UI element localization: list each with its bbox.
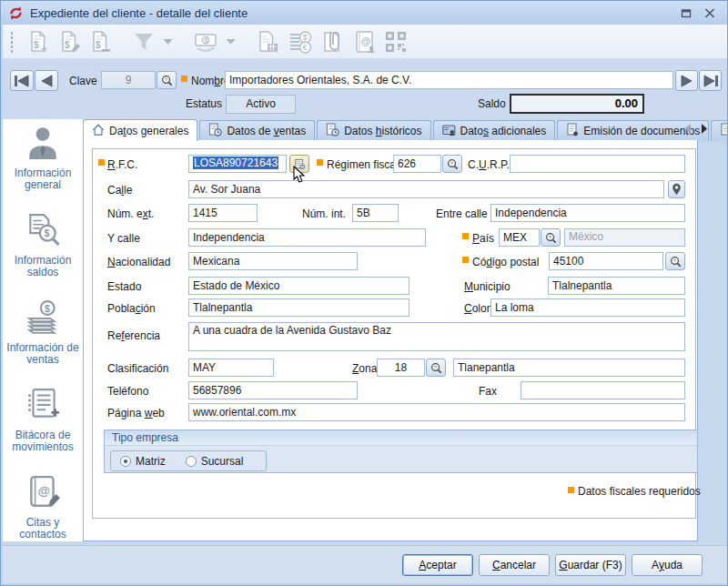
aceptar-button[interactable]: Aceptar	[402, 554, 473, 576]
clave-search-icon[interactable]: ?	[157, 71, 177, 89]
municipio-label: Municipio	[464, 280, 511, 293]
svg-text:?: ?	[672, 258, 675, 263]
codigo-postal-input[interactable]	[549, 252, 663, 270]
clave-input[interactable]	[101, 71, 156, 89]
close-button[interactable]	[698, 5, 722, 21]
nacionalidad-label: Nacionalidad	[107, 256, 170, 268]
telefono-input[interactable]	[188, 381, 358, 399]
filter-dropdown-icon[interactable]	[159, 28, 177, 56]
cp-search-icon[interactable]: ?	[665, 252, 685, 270]
tab-datos-generales[interactable]: Datos generales	[83, 119, 197, 141]
fax-input[interactable]	[521, 381, 685, 399]
referencia-textarea[interactable]: A una cuadra de la Avenida Gustavo Baz	[188, 322, 685, 351]
curp-input[interactable]	[510, 155, 685, 173]
zona-input[interactable]	[377, 359, 425, 377]
svg-text:€: €	[303, 43, 308, 52]
card-person-icon	[442, 124, 456, 139]
tipo-empresa-options: Matriz Sucursal	[110, 450, 267, 471]
entre-calle-label: Entre calle	[436, 207, 488, 220]
svg-text:$: $	[204, 35, 208, 45]
sidebar-item-informacion-general[interactable]: Información general	[4, 125, 82, 192]
zona-label: Zona	[352, 362, 377, 375]
calle-label: Calle	[107, 184, 132, 197]
radio-sucursal-dot	[186, 456, 197, 467]
codigo-postal-label: Código postal	[472, 256, 539, 268]
svg-text:+: +	[41, 43, 47, 54]
radio-sucursal[interactable]: Sucursal	[186, 455, 244, 468]
num-ext-input[interactable]	[188, 204, 258, 222]
telefono-label: Teléfono	[107, 385, 148, 398]
municipio-input[interactable]	[548, 277, 685, 295]
map-pin-icon[interactable]	[668, 180, 685, 198]
button-bar: Aceptar Cancelar Guardar (F3) Ayuda	[3, 545, 727, 583]
clasificacion-input[interactable]	[188, 359, 274, 377]
first-record-button[interactable]	[10, 70, 34, 91]
delete-document-icon[interactable]: $	[85, 28, 116, 56]
attachments-icon[interactable]	[317, 28, 349, 56]
previous-record-button[interactable]	[35, 70, 58, 91]
payments-icon[interactable]: $	[189, 28, 222, 56]
document-search-icon: $	[25, 212, 61, 252]
pagina-web-input[interactable]	[188, 403, 685, 421]
svg-text:?: ?	[450, 160, 452, 166]
next-record-button[interactable]	[675, 70, 698, 91]
cancelar-button[interactable]: Cancelar	[479, 554, 550, 576]
zona-display-input[interactable]	[453, 359, 685, 377]
toolbar-grip[interactable]	[10, 31, 14, 53]
restore-button[interactable]	[674, 5, 698, 21]
sidebar-item-informacion-saldos[interactable]: $ Información saldos	[4, 212, 82, 279]
document-clock-icon	[208, 123, 222, 139]
pais-input[interactable]	[499, 228, 540, 247]
money-stack-icon: $	[25, 299, 61, 339]
qr-code-icon[interactable]	[380, 28, 411, 56]
pais-search-icon[interactable]: ?	[541, 228, 561, 247]
tab-scroll-right-icon[interactable]	[700, 122, 709, 138]
tab-datos-historicos[interactable]: Datos históricos	[317, 120, 430, 141]
poblacion-input[interactable]	[188, 298, 410, 317]
entre-calle-input[interactable]	[490, 204, 685, 222]
fax-label: Fax	[479, 385, 497, 398]
filter-icon[interactable]	[128, 28, 159, 56]
y-calle-input[interactable]	[188, 228, 426, 247]
footer-note: Datos fiscales requeridos	[578, 485, 701, 498]
document-calendar-icon[interactable]	[252, 28, 284, 56]
tab-datos-de-ventas[interactable]: Datos de ventas	[199, 120, 315, 141]
num-int-input[interactable]	[352, 204, 399, 222]
sidebar-item-bitacora-movimientos[interactable]: Bitácora de movimientos	[4, 387, 82, 454]
tab-scroll-left-icon[interactable]	[683, 122, 693, 138]
edit-document-icon[interactable]: $	[54, 28, 85, 56]
window-title: Expediente del cliente - detalle del cli…	[30, 6, 674, 20]
sidebar-item-informacion-ventas[interactable]: $ Información de ventas	[4, 299, 82, 367]
colonia-input[interactable]	[490, 298, 685, 317]
nombre-input[interactable]	[225, 71, 673, 89]
tab-partial[interactable]	[711, 120, 728, 141]
referencia-label: Referencia	[107, 329, 160, 342]
nacionalidad-input[interactable]	[188, 252, 358, 270]
y-calle-label: Y calle	[107, 232, 140, 245]
estatus-value: Activo	[226, 95, 296, 114]
currency-list-icon[interactable]: $€	[284, 28, 317, 56]
calle-input[interactable]	[188, 180, 664, 198]
estatus-label: Estatus	[186, 97, 222, 110]
mouse-cursor	[293, 166, 307, 187]
last-record-button[interactable]	[699, 70, 722, 91]
regimen-required-bullet	[317, 159, 323, 166]
regimen-search-icon[interactable]: ?	[442, 155, 462, 173]
estado-input[interactable]	[188, 277, 410, 295]
curp-label: C.U.R.P.	[468, 158, 510, 171]
zona-search-icon[interactable]: ?	[426, 359, 446, 377]
sidebar-item-citas-contactos[interactable]: @ Citas y contactos	[4, 474, 82, 541]
ayuda-button[interactable]: Ayuda	[632, 554, 703, 576]
svg-text:@: @	[38, 484, 50, 498]
tab-datos-adicionales[interactable]: Datos adicionales	[433, 120, 556, 141]
svg-text:?: ?	[433, 364, 436, 369]
payments-dropdown-icon[interactable]	[222, 28, 239, 56]
radio-matriz[interactable]: Matriz	[120, 455, 166, 468]
svg-text:?: ?	[548, 234, 551, 239]
contacts-icon[interactable]: @	[349, 28, 380, 56]
svg-text:$: $	[65, 40, 70, 50]
regimen-fiscal-input[interactable]	[393, 155, 441, 173]
add-document-icon[interactable]: $+	[23, 28, 54, 56]
rfc-input[interactable]: LOSA890721643	[188, 155, 287, 173]
guardar-button[interactable]: Guardar (F3)	[555, 554, 626, 576]
